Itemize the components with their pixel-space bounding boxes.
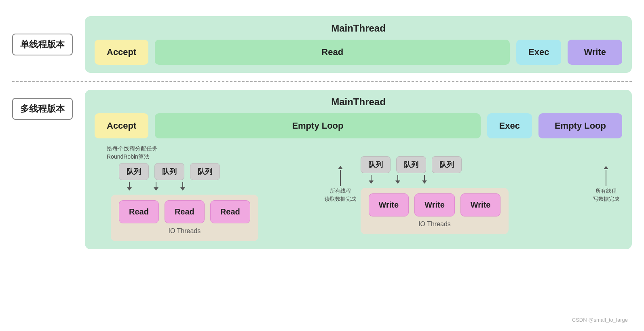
left-io-label: IO Threads: [168, 227, 201, 235]
read-box: Read: [155, 40, 510, 65]
queue-box-2: 队列: [154, 163, 184, 180]
accept-box: Accept: [95, 40, 148, 65]
main-thread-box: MainThread Accept Read Exec Write: [85, 16, 632, 73]
exec-box: Exec: [516, 40, 561, 65]
section-divider: [12, 81, 632, 82]
queue-box-6: 队列: [432, 156, 462, 173]
section2: 多线程版本 MainThread Accept Empty Loop Exec …: [12, 86, 632, 315]
thread-boxes: Accept Read Exec Write: [95, 40, 622, 65]
write-boxes-row: Write Write Write: [369, 193, 501, 216]
read-box-1: Read: [119, 200, 159, 223]
empty-loop-green-box: Empty Loop: [155, 113, 480, 138]
main-container: 单线程版本 MainThread Accept Read Exec Write …: [0, 0, 644, 331]
read-boxes-row: Read Read Read: [119, 200, 250, 223]
single-thread-label: 单线程版本: [12, 34, 73, 55]
multi-bottom: 给每个线程分配任务 RoundRobin算法 队列 队列 队列: [95, 142, 622, 241]
queue-box-5: 队列: [396, 156, 426, 173]
write-box-2: Write: [414, 193, 455, 216]
section1: 单线程版本 MainThread Accept Read Exec Write: [12, 8, 632, 77]
right-io-threads: Write Write Write IO Threads: [361, 188, 509, 234]
footer-credit: CSDN @small_to_large: [12, 317, 632, 323]
empty-loop-purple-box: Empty Loop: [538, 113, 622, 138]
multi-thread-title: MainThread: [95, 96, 622, 108]
write-box-1: Write: [369, 193, 409, 216]
multi-thread-box: MainThread Accept Empty Loop Exec Empty …: [85, 90, 632, 249]
write-box: Write: [568, 40, 622, 65]
queue-box-1: 队列: [119, 163, 149, 180]
left-half: 给每个线程分配任务 RoundRobin算法 队列 队列 队列: [95, 142, 320, 241]
multi-top-row: Accept Empty Loop Exec Empty Loop: [95, 113, 622, 138]
read-box-3: Read: [210, 200, 250, 223]
right-half: 队列 队列 队列: [361, 142, 586, 234]
left-io-threads: Read Read Read IO Threads: [111, 195, 258, 241]
main-thread-title: MainThread: [95, 23, 622, 34]
center-annotation: 所有线程 读取数据完成: [324, 142, 357, 203]
left-queues-row: 队列 队列 队列: [119, 163, 220, 180]
multi-thread-label: 多线程版本: [12, 98, 73, 120]
multi-accept-box: Accept: [95, 113, 148, 138]
read-box-2: Read: [165, 200, 205, 223]
multi-exec-box: Exec: [487, 113, 532, 138]
queue-box-3: 队列: [190, 163, 220, 180]
right-queues-row: 队列 队列 队列: [361, 156, 462, 173]
write-box-3: Write: [460, 193, 501, 216]
right-annotation: 所有线程 写数据完成: [590, 142, 622, 203]
queue-box-4: 队列: [361, 156, 391, 173]
annotation-roundrobin: 给每个线程分配任务 RoundRobin算法: [107, 145, 158, 161]
right-io-label: IO Threads: [418, 221, 451, 228]
